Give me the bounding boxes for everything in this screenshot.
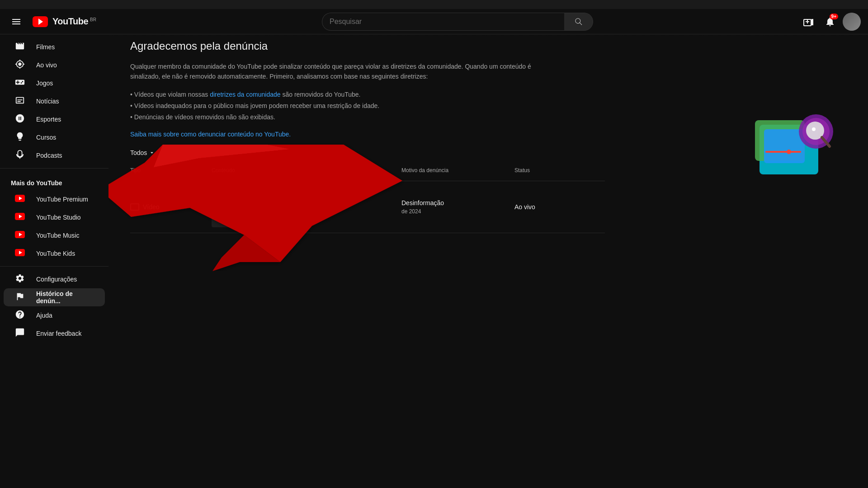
notifications-button[interactable]: 9+ (821, 13, 839, 31)
sidebar-item-yt-music[interactable]: YouTube Music (4, 226, 105, 244)
svg-rect-10 (764, 129, 805, 163)
search-button[interactable] (564, 13, 593, 31)
help-icon (14, 310, 25, 322)
report-table: Tipo Conteúdo Motivo da denúncia Status … (130, 160, 605, 233)
notification-badge: 9+ (830, 14, 838, 19)
yt-premium-icon (14, 193, 25, 206)
bullet-2: Vídeos inadequados para o público mais j… (130, 100, 846, 112)
podcasts-icon (14, 150, 25, 162)
avatar-button[interactable] (843, 13, 861, 31)
page-title: Agradecemos pela denúncia (130, 40, 846, 52)
col-motivo: Motivo da denúncia (401, 164, 514, 177)
report-date: de 2024 (401, 208, 514, 215)
films-icon (14, 41, 25, 53)
search-input[interactable] (322, 13, 564, 31)
sidebar-item-cursos[interactable]: Cursos (4, 128, 105, 146)
status-cell: Ao vivo (514, 203, 605, 211)
learn-more-link[interactable]: Saiba mais sobre como denunciar conteúdo… (130, 131, 291, 138)
sidebar-item-yt-kids[interactable]: YouTube Kids (4, 244, 105, 263)
description-text: Qualquer membro da comunidade do YouTube… (130, 61, 537, 82)
sidebar-label-configuracoes: Configurações (36, 276, 77, 283)
status-value: Ao vivo (514, 203, 535, 211)
col-tipo: Tipo (130, 164, 212, 177)
filter-button[interactable]: Todos (130, 149, 155, 156)
svg-point-17 (787, 150, 791, 154)
sidebar-label-jogos: Jogos (36, 80, 53, 87)
sidebar-item-noticias[interactable]: Notícias (4, 92, 105, 110)
bullet-1: Vídeos que violam nossas diretrizes da c… (130, 89, 846, 100)
settings-icon (14, 273, 25, 286)
table-row: Vídeo Desinformação de 2024 Ao vivo (130, 181, 605, 233)
reason-cell: Desinformação de 2024 (401, 199, 514, 215)
yt-music-icon (14, 230, 25, 242)
courses-icon (14, 131, 25, 144)
mais-section-title: Mais do YouTube (0, 172, 108, 190)
live-icon (14, 59, 25, 71)
sidebar-item-feedback[interactable]: Enviar feedback (4, 324, 105, 343)
filter-row: Todos (130, 149, 846, 156)
sports-icon (14, 113, 25, 126)
sidebar-label-ajuda: Ajuda (36, 312, 52, 319)
sidebar-label-yt-kids: YouTube Kids (36, 250, 75, 257)
sidebar-label-feedback: Enviar feedback (36, 330, 81, 337)
col-status: Status (514, 164, 605, 177)
sidebar-label-yt-music: YouTube Music (36, 232, 79, 239)
hamburger-button[interactable] (7, 13, 25, 31)
sidebar-label-esportes: Esportes (36, 116, 61, 123)
yt-studio-icon (14, 211, 25, 224)
sidebar-label-yt-premium: YouTube Premium (36, 196, 88, 203)
type-cell: Vídeo (130, 203, 212, 211)
sidebar-item-historico[interactable]: Histórico de denún... (4, 288, 105, 306)
sidebar-item-esportes[interactable]: Esportes (4, 110, 105, 128)
youtube-logo[interactable]: YouTube BR (33, 16, 96, 27)
sidebar-item-configuracoes[interactable]: Configurações (4, 270, 105, 288)
feedback-icon (14, 328, 25, 340)
sidebar-label-yt-studio: YouTube Studio (36, 214, 81, 221)
community-guidelines-link[interactable]: diretrizes da comunidade (210, 91, 280, 98)
report-illustration (750, 98, 841, 188)
sidebar-item-yt-studio[interactable]: YouTube Studio (4, 208, 105, 226)
sidebar-label-ao-vivo: Ao vivo (36, 61, 57, 69)
sidebar-item-yt-premium[interactable]: YouTube Premium (4, 190, 105, 208)
content-cell (212, 187, 401, 227)
sidebar-label-historico: Histórico de denún... (36, 290, 94, 305)
bullet-3: Denúncias de vídeos removidos não são ex… (130, 112, 846, 123)
sidebar-label-filmes: Filmes (36, 43, 55, 51)
sidebar-item-filmes[interactable]: Filmes (4, 38, 105, 56)
flag-icon (14, 291, 25, 304)
bullet-list: Vídeos que violam nossas diretrizes da c… (130, 89, 846, 123)
sidebar-item-podcasts[interactable]: Podcasts (4, 146, 105, 164)
svg-point-14 (812, 127, 816, 131)
report-reason: Desinformação (401, 199, 514, 206)
sidebar-label-podcasts: Podcasts (36, 152, 62, 159)
sidebar-item-ao-vivo[interactable]: Ao vivo (4, 56, 105, 74)
video-thumbnail[interactable] (212, 187, 284, 227)
yt-kids-icon (14, 248, 25, 260)
table-header: Tipo Conteúdo Motivo da denúncia Status (130, 160, 605, 181)
sidebar-item-jogos[interactable]: Jogos (4, 74, 105, 92)
create-button[interactable] (799, 13, 817, 31)
type-label: Vídeo (143, 203, 160, 211)
news-icon (14, 95, 25, 108)
games-icon (14, 77, 25, 89)
video-type-icon (130, 203, 139, 211)
col-conteudo: Conteúdo (212, 164, 401, 177)
sidebar-label-cursos: Cursos (36, 134, 56, 141)
sidebar-item-ajuda[interactable]: Ajuda (4, 306, 105, 324)
sidebar-label-noticias: Notícias (36, 98, 59, 105)
